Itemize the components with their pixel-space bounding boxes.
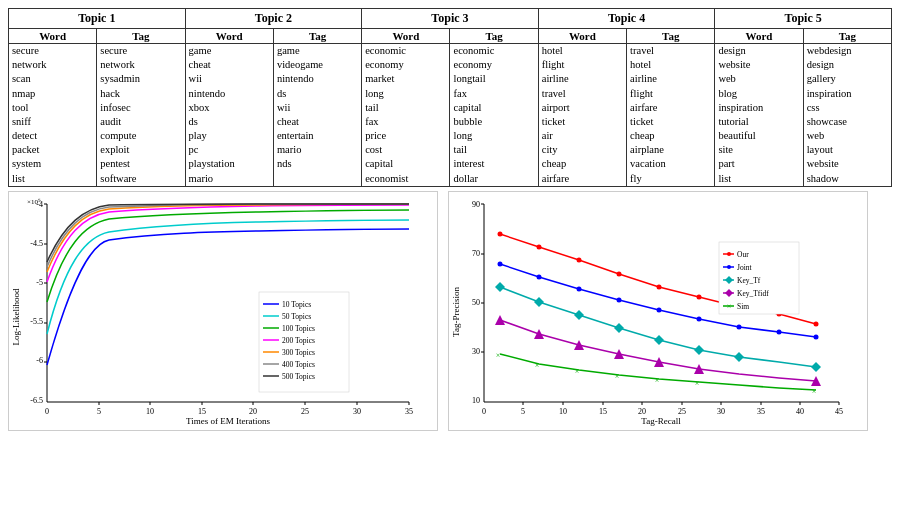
dot-our — [814, 321, 819, 326]
list-item: wii — [189, 72, 270, 86]
list-item: website — [718, 58, 799, 72]
list-item: city — [542, 143, 623, 157]
dot-joint — [498, 261, 503, 266]
list-item: site — [718, 143, 799, 157]
t2-tag-header: Tag — [274, 29, 361, 43]
topic2-data: game cheat wii nintendo xbox ds play pc … — [186, 44, 363, 186]
dot-joint — [814, 334, 819, 339]
list-item: long — [365, 87, 446, 101]
list-item: blog — [718, 87, 799, 101]
list-item: design — [718, 44, 799, 58]
t1-words-col: secure network scan nmap tool sniff dete… — [9, 44, 97, 186]
list-item: sysadmin — [100, 72, 181, 86]
dot-keytf — [734, 352, 744, 362]
topics-table: Topic 1 Topic 2 Topic 3 Topic 4 Topic 5 … — [8, 8, 892, 187]
svg-text:-5: -5 — [36, 278, 43, 287]
xmarker-sim: × — [496, 351, 501, 360]
svg-text:-6: -6 — [36, 356, 43, 365]
list-item: design — [807, 58, 888, 72]
xmarker-sim: × — [695, 379, 700, 388]
list-item: website — [807, 157, 888, 171]
line-50topics — [47, 220, 409, 334]
dot-joint — [697, 316, 702, 321]
list-item: fly — [630, 172, 711, 186]
list-item: web — [807, 129, 888, 143]
col-headers-row: Word Tag Word Tag Word Tag Word Tag Word… — [9, 29, 891, 44]
t3-words-col: economic economy market long tail fax pr… — [362, 44, 450, 186]
svg-text:0: 0 — [45, 407, 49, 416]
topic4-header: Topic 4 — [539, 9, 716, 28]
t1-tags-col: secure network sysadmin hack infosec aud… — [97, 44, 184, 186]
topic1-pair-header: Word Tag — [9, 29, 186, 43]
right-chart-svg: Tag-Precision 90 70 50 30 10 — [449, 192, 869, 432]
dot-joint — [657, 307, 662, 312]
svg-text:70: 70 — [472, 249, 480, 258]
list-item: fax — [453, 87, 534, 101]
svg-text:50: 50 — [472, 298, 480, 307]
list-item: showcase — [807, 115, 888, 129]
t3-tag-header: Tag — [450, 29, 537, 43]
list-item: shadow — [807, 172, 888, 186]
svg-text:15: 15 — [198, 407, 206, 416]
list-item: cheat — [277, 115, 358, 129]
list-item: economic — [365, 44, 446, 58]
rlegend-sim-label: Sim — [737, 302, 749, 311]
list-item: airport — [542, 101, 623, 115]
list-item: mario — [277, 143, 358, 157]
legend-label-10: 10 Topics — [282, 300, 311, 309]
svg-text:30: 30 — [353, 407, 361, 416]
list-item: part — [718, 157, 799, 171]
list-item: air — [542, 129, 623, 143]
rlegend-joint-label: Joint — [737, 263, 753, 272]
xmarker-sim: × — [535, 361, 540, 370]
list-item: tool — [12, 101, 93, 115]
list-item: airline — [542, 72, 623, 86]
topic2-pair-header: Word Tag — [186, 29, 363, 43]
svg-text:30: 30 — [717, 407, 725, 416]
rlegend-our-label: Our — [737, 250, 749, 259]
dot-our — [537, 244, 542, 249]
dot-keytf — [534, 297, 544, 307]
t1-tag-header: Tag — [97, 29, 184, 43]
list-item: mario — [189, 172, 270, 186]
t5-tag-header: Tag — [804, 29, 891, 43]
list-item: nmap — [12, 87, 93, 101]
left-chart-svg: Log-Likelihood -4 -4.5 -5 — [9, 192, 439, 432]
dot-joint — [737, 324, 742, 329]
svg-text:40: 40 — [796, 407, 804, 416]
list-item: network — [100, 58, 181, 72]
t2-words-col: game cheat wii nintendo xbox ds play pc … — [186, 44, 274, 186]
list-item: software — [100, 172, 181, 186]
list-item: pentest — [100, 157, 181, 171]
list-item: list — [718, 172, 799, 186]
dot-our — [617, 271, 622, 276]
topic1-header: Topic 1 — [9, 9, 186, 28]
list-item: cheap — [630, 129, 711, 143]
left-chart: Log-Likelihood -4 -4.5 -5 — [8, 191, 438, 431]
topics-header-row: Topic 1 Topic 2 Topic 3 Topic 4 Topic 5 — [9, 9, 891, 29]
list-item: vacation — [630, 157, 711, 171]
list-item: play — [189, 129, 270, 143]
t5-words-col: design website web blog inspiration tuto… — [715, 44, 803, 186]
dot-keytfidf — [534, 329, 544, 339]
t5-word-header: Word — [715, 29, 803, 43]
list-item: ticket — [630, 115, 711, 129]
t2-word-header: Word — [186, 29, 274, 43]
list-item: airplane — [630, 143, 711, 157]
list-item: entertain — [277, 129, 358, 143]
right-chart: Tag-Precision 90 70 50 30 10 — [448, 191, 868, 431]
line-100topics — [47, 210, 409, 302]
rlegend-sim-dot: × — [727, 302, 732, 311]
topic1-data: secure network scan nmap tool sniff dete… — [9, 44, 186, 186]
svg-text:15: 15 — [599, 407, 607, 416]
legend-label-100: 100 Topics — [282, 324, 315, 333]
t5-tags-col: webdesign design gallery inspiration css… — [804, 44, 891, 186]
dot-keytfidf — [495, 315, 505, 325]
data-rows: secure network scan nmap tool sniff dete… — [9, 44, 891, 186]
svg-text:-4.5: -4.5 — [30, 239, 43, 248]
rlegend-keytf-label: Key_Tf — [737, 276, 761, 285]
list-item: pc — [189, 143, 270, 157]
dot-keytfidf — [574, 340, 584, 350]
list-item: capital — [365, 157, 446, 171]
dot-keytf — [495, 282, 505, 292]
